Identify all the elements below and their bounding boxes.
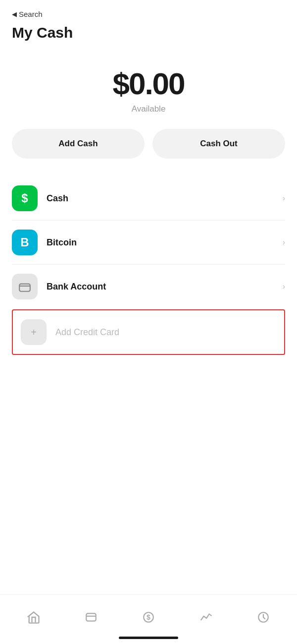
svg-rect-2 bbox=[86, 613, 96, 621]
back-nav[interactable]: ◀ Search bbox=[12, 10, 285, 18]
tab-dollar[interactable]: $ bbox=[120, 602, 177, 632]
bank-account-label: Bank Account bbox=[47, 282, 283, 292]
add-credit-card-icon: + bbox=[21, 319, 47, 345]
card-icon bbox=[85, 611, 98, 624]
header: ◀ Search My Cash bbox=[0, 0, 297, 46]
bank-card-icon bbox=[18, 280, 31, 293]
svg-rect-0 bbox=[19, 284, 30, 292]
bank-icon-wrap bbox=[12, 274, 38, 299]
add-credit-card-inner: + Add Credit Card bbox=[13, 319, 284, 345]
add-cash-button[interactable]: Add Cash bbox=[12, 129, 145, 159]
balance-amount: $0.00 bbox=[112, 66, 184, 101]
back-label: Search bbox=[19, 10, 43, 18]
tab-activity[interactable] bbox=[177, 602, 235, 632]
home-indicator bbox=[119, 637, 178, 639]
bank-chevron-icon: › bbox=[283, 282, 285, 291]
cash-icon: $ bbox=[12, 185, 38, 211]
svg-text:$: $ bbox=[147, 613, 150, 621]
back-arrow-icon: ◀ bbox=[12, 10, 17, 18]
clock-icon bbox=[257, 611, 270, 624]
cash-label: Cash bbox=[47, 193, 283, 204]
menu-list: $ Cash › B Bitcoin › Bank Account › bbox=[0, 176, 297, 308]
bitcoin-chevron-icon: › bbox=[283, 238, 285, 247]
tab-clock[interactable] bbox=[235, 602, 292, 632]
balance-label: Available bbox=[132, 104, 166, 114]
screen: ◀ Search My Cash $0.00 Available Add Cas… bbox=[0, 0, 297, 644]
home-icon bbox=[27, 610, 41, 624]
cash-chevron-icon: › bbox=[283, 194, 285, 203]
bitcoin-menu-item[interactable]: B Bitcoin › bbox=[12, 221, 285, 265]
tab-card[interactable] bbox=[62, 602, 120, 632]
add-credit-card-label: Add Credit Card bbox=[55, 327, 276, 338]
bitcoin-label: Bitcoin bbox=[47, 237, 283, 248]
tab-home[interactable] bbox=[5, 602, 62, 632]
cash-out-button[interactable]: Cash Out bbox=[152, 129, 285, 159]
add-credit-card-row[interactable]: + Add Credit Card bbox=[12, 309, 285, 355]
cash-menu-item[interactable]: $ Cash › bbox=[12, 176, 285, 221]
dollar-icon: $ bbox=[142, 611, 155, 624]
bank-account-menu-item[interactable]: Bank Account › bbox=[12, 265, 285, 308]
page-title: My Cash bbox=[12, 24, 285, 41]
action-buttons: Add Cash Cash Out bbox=[0, 129, 297, 176]
bitcoin-icon: B bbox=[12, 230, 38, 255]
activity-icon bbox=[199, 611, 212, 624]
balance-section: $0.00 Available bbox=[0, 46, 297, 129]
